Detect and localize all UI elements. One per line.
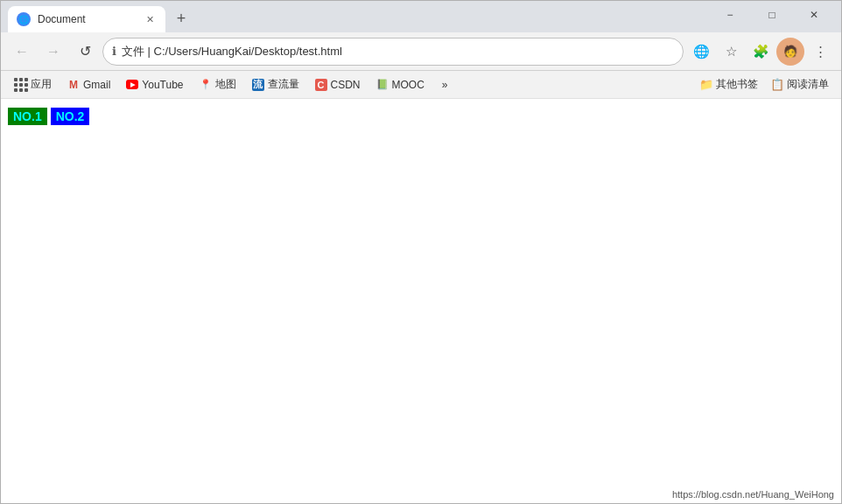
page-body: NO.1 NO.2: [1, 99, 841, 134]
youtube-icon: [126, 79, 138, 91]
menu-button[interactable]: ⋮: [806, 38, 834, 66]
reader-label: 阅读清单: [787, 77, 829, 92]
bookmark-reader-list[interactable]: 📋 阅读清单: [765, 74, 834, 95]
bookmark-csdn[interactable]: C CSDN: [308, 74, 368, 95]
folder-icon: 📁: [699, 78, 713, 91]
forward-button[interactable]: →: [39, 38, 67, 66]
bookmark-apps[interactable]: 应用: [8, 74, 59, 95]
active-tab[interactable]: 🌐 Document ✕: [8, 6, 165, 32]
page-content: NO.1 NO.2 https://blog.csdn.net/Huang_We…: [1, 99, 841, 503]
apps-grid-icon: [15, 79, 27, 91]
apps-label: 应用: [31, 77, 52, 92]
bookmark-mooc[interactable]: 📗 MOOC: [369, 74, 432, 95]
query-icon: 流: [252, 79, 264, 91]
bookmark-more-button[interactable]: »: [435, 74, 455, 95]
map-icon: 📍: [200, 79, 212, 91]
gmail-icon: M: [67, 79, 80, 91]
new-tab-button[interactable]: +: [169, 6, 193, 31]
minimize-button[interactable]: −: [710, 2, 750, 28]
bookmarks-bar: 应用 M Gmail YouTube 📍 地图 流 查流量 C CSDN 📗 M…: [1, 71, 841, 99]
profile-avatar[interactable]: 🧑: [776, 38, 804, 66]
map-label: 地图: [215, 77, 236, 92]
no1-badge: NO.1: [8, 108, 47, 125]
toolbar: ← → ↺ ℹ 🌐 ☆ 🧩 🧑 ⋮: [1, 32, 841, 71]
tab-title: Document: [38, 13, 136, 25]
tab-close-button[interactable]: ✕: [143, 12, 157, 26]
browser-window: 🌐 Document ✕ + − □ ✕ ← → ↺ ℹ 🌐 ☆ 🧩 🧑 ⋮: [0, 0, 842, 504]
address-lock-icon: ℹ: [112, 45, 116, 58]
maximize-button[interactable]: □: [752, 2, 792, 28]
bookmark-button[interactable]: ☆: [717, 38, 745, 66]
tab-favicon: 🌐: [17, 12, 31, 26]
bookmark-query[interactable]: 流 查流量: [245, 74, 306, 95]
toolbar-actions: 🌐 ☆ 🧩 🧑 ⋮: [687, 38, 834, 66]
bookmark-gmail[interactable]: M Gmail: [60, 74, 117, 95]
back-button[interactable]: ←: [8, 38, 36, 66]
bookmark-other-folder[interactable]: 📁 其他书签: [694, 74, 763, 95]
tab-area: 🌐 Document ✕ +: [8, 1, 710, 32]
close-button[interactable]: ✕: [794, 2, 834, 28]
extensions-button[interactable]: 🧩: [747, 38, 775, 66]
no2-badge: NO.2: [51, 108, 90, 125]
bookmark-youtube[interactable]: YouTube: [119, 74, 190, 95]
csdn-label: CSDN: [331, 79, 361, 91]
mooc-label: MOOC: [392, 79, 425, 91]
more-label: »: [442, 79, 448, 91]
window-controls: − □ ✕: [710, 2, 834, 32]
folder-label: 其他书签: [716, 77, 758, 92]
address-bar[interactable]: ℹ: [102, 38, 684, 66]
gmail-label: Gmail: [83, 79, 110, 91]
youtube-label: YouTube: [142, 79, 183, 91]
mooc-icon: 📗: [376, 79, 389, 91]
reload-button[interactable]: ↺: [71, 38, 99, 66]
csdn-icon: C: [315, 79, 327, 91]
translate-button[interactable]: 🌐: [687, 38, 715, 66]
bookmark-map[interactable]: 📍 地图: [193, 74, 243, 95]
query-label: 查流量: [268, 77, 299, 92]
status-bar-url: https://blog.csdn.net/Huang_WeiHong: [672, 489, 834, 500]
title-bar: 🌐 Document ✕ + − □ ✕: [1, 1, 841, 32]
address-input[interactable]: [122, 45, 674, 58]
reader-icon: 📋: [770, 78, 784, 91]
